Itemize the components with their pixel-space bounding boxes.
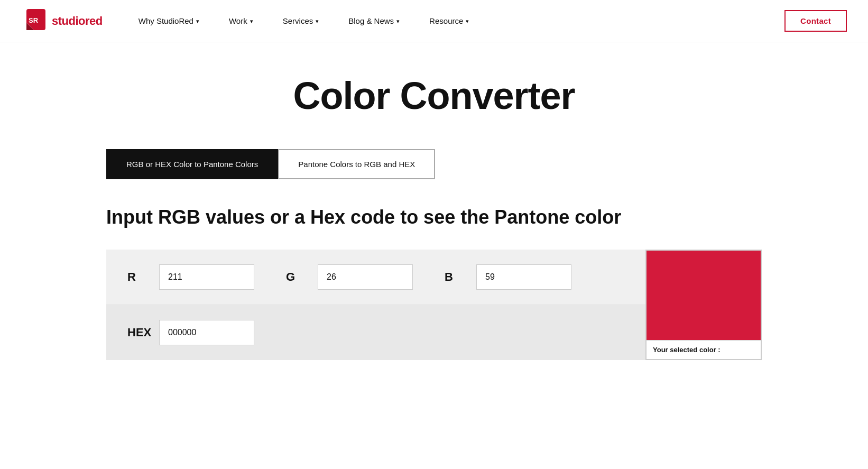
nav-item-services[interactable]: Services ▾ [268, 0, 334, 42]
nav-item-blog[interactable]: Blog & News ▾ [334, 0, 414, 42]
contact-button[interactable]: Contact [784, 10, 847, 32]
chevron-down-icon: ▾ [396, 18, 400, 25]
color-selected-label: Your selected color : [647, 340, 761, 359]
chevron-down-icon: ▾ [316, 18, 319, 25]
g-input[interactable] [318, 264, 413, 290]
hex-row: HEX [106, 305, 645, 360]
hex-label: HEX [127, 326, 159, 339]
chevron-down-icon: ▾ [466, 18, 469, 25]
input-fields: R G B HEX [106, 250, 645, 360]
chevron-down-icon: ▾ [250, 18, 253, 25]
navigation: SR studiored Why StudioRed ▾ Work ▾ Serv… [0, 0, 868, 42]
b-label: B [445, 270, 476, 284]
nav-links: Why StudioRed ▾ Work ▾ Services ▾ Blog &… [124, 0, 784, 42]
b-input[interactable] [476, 264, 571, 290]
main-content: Color Converter RGB or HEX Color to Pant… [64, 42, 804, 402]
tab-pantone-to-rgb[interactable]: Pantone Colors to RGB and HEX [278, 149, 435, 179]
nav-item-work[interactable]: Work ▾ [214, 0, 268, 42]
tab-bar: RGB or HEX Color to Pantone Colors Panto… [106, 149, 762, 179]
g-label: G [286, 270, 318, 284]
chevron-down-icon: ▾ [196, 18, 199, 25]
logo-icon: SR [21, 7, 50, 35]
color-preview-panel: Your selected color : [645, 250, 762, 360]
hex-input[interactable] [159, 320, 254, 345]
tab-rgb-to-pantone[interactable]: RGB or HEX Color to Pantone Colors [106, 149, 278, 179]
logo[interactable]: SR studiored [21, 7, 103, 35]
page-title: Color Converter [106, 74, 762, 117]
svg-text:SR: SR [29, 16, 39, 24]
input-section: R G B HEX Your selected color : [106, 250, 762, 360]
color-swatch [647, 251, 761, 340]
section-subtitle: Input RGB values or a Hex code to see th… [106, 206, 762, 228]
rgb-row: R G B [106, 250, 645, 305]
logo-text: studiored [52, 14, 103, 28]
r-label: R [127, 270, 159, 284]
nav-item-resource[interactable]: Resource ▾ [414, 0, 484, 42]
nav-item-why[interactable]: Why StudioRed ▾ [124, 0, 214, 42]
r-input[interactable] [159, 264, 254, 290]
